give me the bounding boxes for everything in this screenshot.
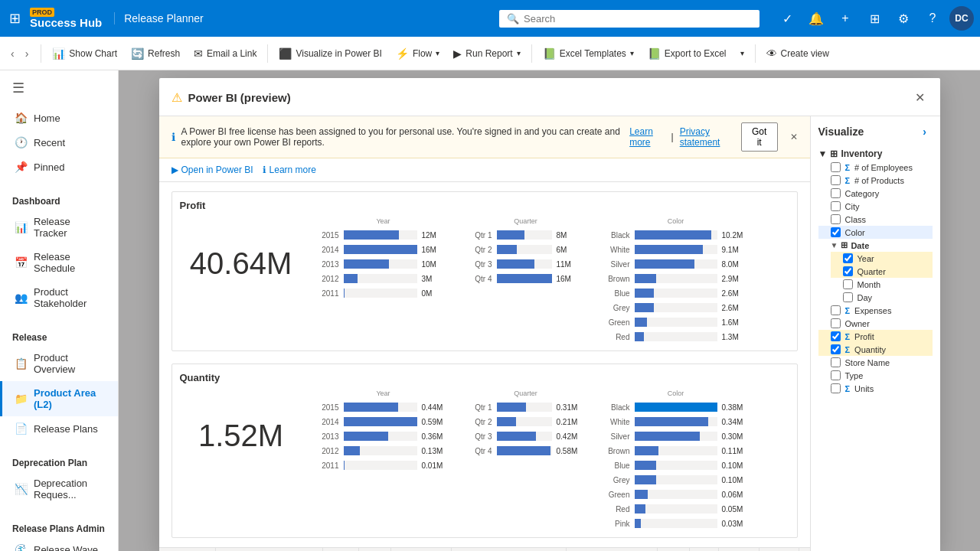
got-it-button[interactable]: Got it (741, 122, 778, 152)
sigma-icon: Σ (845, 306, 851, 315)
quarter-checkbox[interactable] (843, 266, 853, 276)
year-checkbox[interactable] (843, 253, 853, 263)
help-icon[interactable]: ? (920, 6, 945, 31)
search-box[interactable]: 🔍 (499, 10, 760, 28)
col-header-day[interactable]: Day (799, 548, 809, 551)
open-powerbi-link[interactable]: ▶ Open in Power BI (172, 165, 253, 175)
date-label: Date (851, 241, 869, 250)
sidebar-item-product-area[interactable]: 📁 Product Area (L2) (0, 381, 118, 416)
modal-title: Power BI (preview) (188, 91, 291, 104)
checkmark-icon[interactable]: ✓ (775, 6, 799, 31)
profit-quarter-bars: Quarter Qtr 1 8M Qtr 2 (465, 217, 587, 285)
modal-close-button[interactable]: ✕ (912, 87, 928, 108)
release-admin-group-header: Release Plans Admin (0, 516, 118, 537)
owner-checkbox[interactable] (831, 318, 841, 328)
run-report-button[interactable]: ▶ Run Report ▾ (447, 44, 526, 64)
color-label: Color (845, 228, 865, 237)
sidebar-item-product-stakeholder[interactable]: 👥 Product Stakeholder (0, 280, 118, 315)
employees-checkbox[interactable] (831, 162, 841, 172)
class-checkbox[interactable] (831, 214, 841, 224)
month-checkbox[interactable] (843, 279, 853, 289)
col-header-class[interactable]: Class (322, 548, 358, 551)
more-export-button[interactable]: ▾ (734, 45, 750, 61)
col-header-year[interactable]: Year (690, 548, 718, 551)
waffle-icon[interactable]: ⊞ (6, 7, 24, 30)
sidebar-item-release-wave[interactable]: 🌊 Release Wave (0, 537, 118, 551)
bar-row: Brown 2.9M (599, 272, 753, 285)
date-subheader[interactable]: ▼ ⊞ Date (831, 239, 933, 252)
avatar[interactable]: DC (949, 6, 974, 31)
tracker-icon: 📊 (15, 221, 28, 233)
bar-row: White 9.1M (599, 243, 753, 256)
col-header-brand[interactable]: BrandName (159, 548, 216, 551)
privacy-link[interactable]: Privacy statement (680, 126, 735, 148)
sigma-icon: Σ (845, 176, 851, 185)
quantity-checkbox[interactable] (831, 344, 841, 354)
table-icon: ⊞ (830, 148, 838, 159)
col-header-category[interactable]: Category (216, 548, 323, 551)
search-icon: 🔍 (507, 13, 519, 24)
stakeholder-icon: 👥 (15, 292, 28, 304)
category-checkbox[interactable] (831, 188, 841, 198)
toolbar-divider-1 (41, 44, 41, 63)
sidebar-hamburger[interactable]: ☰ (0, 70, 118, 106)
type-checkbox[interactable] (831, 370, 841, 380)
sidebar-item-release-plans[interactable]: 📄 Release Plans (0, 416, 118, 441)
bell-icon[interactable]: 🔔 (804, 6, 828, 31)
filter-icon[interactable]: ⊞ (862, 6, 887, 31)
city-label: City (845, 202, 860, 211)
email-link-button[interactable]: ✉ Email a Link (188, 44, 263, 64)
color-checkbox[interactable] (831, 227, 841, 237)
settings-icon[interactable]: ⚙ (891, 6, 916, 31)
city-checkbox[interactable] (831, 201, 841, 211)
products-checkbox[interactable] (831, 175, 841, 185)
email-icon: ✉ (194, 47, 203, 60)
visualize-nav-arrow[interactable]: › (917, 124, 933, 139)
sidebar-item-product-overview[interactable]: 📋 Product Overview (0, 346, 118, 381)
info-text: A Power BI free license has been assigne… (181, 126, 624, 148)
bar-row: Blue 0.10M (599, 459, 753, 471)
day-checkbox[interactable] (843, 292, 853, 302)
sidebar-item-release-tracker[interactable]: 📊 Release Tracker (0, 210, 118, 245)
quantity-chart-section: Quantity 1.52M Year 2015 (172, 364, 798, 538)
col-header-color[interactable]: Color (359, 548, 391, 551)
vis-item-employees: Σ # of Employees (818, 161, 933, 174)
export-excel-button[interactable]: 📗 Export to Excel (642, 44, 733, 64)
col-header-country[interactable]: Country (390, 548, 451, 551)
back-button[interactable]: ‹ (6, 44, 19, 63)
search-input[interactable] (524, 13, 752, 24)
col-header-account[interactable]: CustomerAccountNumber (451, 548, 566, 551)
quantity-title: Quantity (180, 372, 789, 383)
create-view-button[interactable]: 👁 Create view (760, 44, 835, 64)
learn-more-modal-link[interactable]: ℹ Learn more (263, 165, 316, 175)
bar-row: Qtr 1 8M (465, 229, 587, 241)
units-checkbox[interactable] (831, 383, 841, 393)
info-dismiss-button[interactable]: ✕ (790, 132, 798, 142)
vis-item-owner: Owner (818, 317, 933, 330)
inventory-header[interactable]: ▼ ⊞ Inventory (818, 147, 933, 161)
forward-button[interactable]: › (21, 44, 34, 63)
expenses-checkbox[interactable] (831, 305, 841, 315)
sidebar-item-deprecation[interactable]: 📉 Deprecation Reques... (0, 471, 118, 507)
plus-icon[interactable]: + (833, 6, 858, 31)
release-group-header: Release (0, 324, 118, 346)
learn-more-link[interactable]: Learn more (629, 126, 665, 148)
excel-templates-button[interactable]: 📗 Excel Templates ▾ (537, 44, 640, 64)
col-header-quarter[interactable]: Quarter (718, 548, 759, 551)
sidebar-item-home[interactable]: 🏠 Home (0, 106, 118, 130)
refresh-button[interactable]: 🔄 Refresh (125, 44, 186, 64)
flow-button[interactable]: ⚡ Flow ▾ (390, 44, 446, 64)
col-header-month[interactable]: Month (759, 548, 799, 551)
sidebar-item-recent[interactable]: 🕐 Recent (0, 130, 118, 155)
visualize-powerbi-button[interactable]: ⬛ Visualize in Power BI (273, 44, 388, 64)
show-chart-button[interactable]: 📊 Show Chart (46, 44, 123, 64)
profit-checkbox[interactable] (831, 331, 841, 341)
sidebar-item-release-schedule[interactable]: 📅 Release Schedule (0, 245, 118, 280)
store-name-checkbox[interactable] (831, 357, 841, 367)
vis-item-quarter: Quarter (831, 265, 933, 278)
brand-logo: PROD Success Hub (30, 8, 102, 30)
col-header-manufacturer[interactable]: Manufacturer (566, 548, 657, 551)
sidebar-item-pinned[interactable]: 📌 Pinned (0, 155, 118, 179)
col-header-nsat[interactable]: NSAT (658, 548, 690, 551)
charts-area: Profit 40.64M Year 2015 (159, 182, 810, 547)
